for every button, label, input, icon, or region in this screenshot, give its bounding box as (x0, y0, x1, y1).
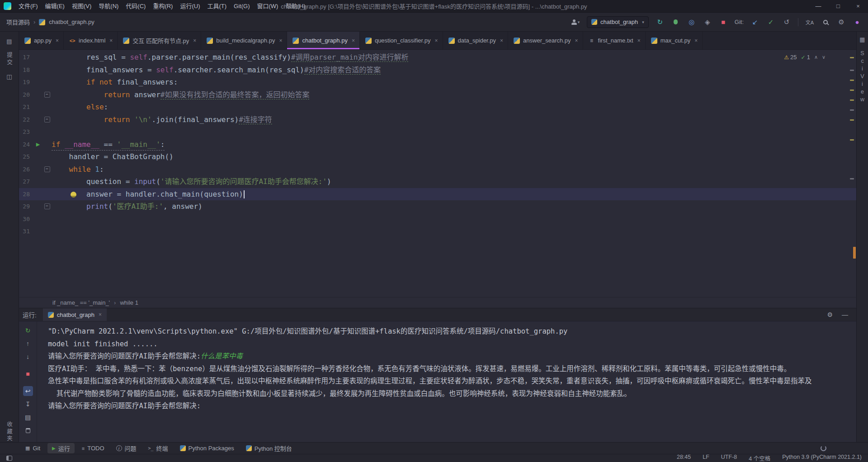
hide-panel-icon[interactable]: — (842, 311, 848, 318)
close-tab-icon[interactable]: × (352, 38, 355, 44)
fold-marker-icon[interactable] (42, 200, 52, 213)
scrollbar-mark[interactable] (850, 99, 854, 101)
editor-line[interactable]: 30 (19, 213, 856, 226)
close-tab-icon[interactable]: × (99, 311, 102, 318)
close-tab-icon[interactable]: × (109, 38, 113, 44)
stop-icon[interactable]: ■ (23, 369, 33, 379)
profiler-icon[interactable]: ◎ (687, 18, 696, 27)
run-console-tab[interactable]: chatbot_graph × (43, 308, 107, 321)
editor-line[interactable]: 25 handler = ChatBotGraph() (19, 151, 856, 163)
scrollbar-mark[interactable] (850, 80, 854, 81)
close-tab-icon[interactable]: × (56, 38, 59, 44)
editor-line[interactable]: 22 return '\n'.join(final_answers)#连接字符 (19, 113, 856, 126)
editor-line[interactable]: 17 res_sql = self.parser.parser_main(res… (19, 51, 856, 64)
tab-question_classifier.py[interactable]: question_classifier.py× (360, 32, 443, 49)
scrollbar-mark[interactable] (850, 119, 854, 121)
breadcrumb-project[interactable]: 项目源码 (6, 18, 30, 26)
menu-item[interactable]: 窗口(W) (253, 0, 282, 13)
close-tab-icon[interactable]: × (193, 38, 196, 44)
prev-problem-icon[interactable]: ∧ (814, 54, 818, 60)
scrollbar-mark[interactable] (850, 70, 854, 71)
close-tab-icon[interactable]: × (500, 38, 503, 44)
editor-line[interactable]: 20 return answer#如果没有找到合适的最终答案，返回初始答案 (19, 89, 856, 101)
line-separator[interactable]: LF (703, 454, 709, 462)
caret-position[interactable]: 28:45 (677, 454, 691, 462)
editor-line[interactable]: 24▶if __name__ == '__main__': (19, 138, 856, 151)
menu-item[interactable]: 导航(N) (95, 0, 122, 13)
scrollbar-mark[interactable] (850, 139, 854, 141)
debug-icon[interactable] (671, 18, 680, 27)
scrollbar-mark[interactable] (850, 57, 854, 58)
console-output[interactable]: "D:\PyCharm 2021.2.1\venv\Scripts\python… (37, 321, 856, 442)
indent-style[interactable]: 4 个空格 (749, 454, 770, 462)
menu-item[interactable]: 编辑(E) (42, 0, 68, 13)
soft-wrap-icon[interactable]: ↩ (23, 386, 33, 396)
translate-icon[interactable]: 文A (805, 18, 814, 27)
toolwindow-toggle-icon[interactable] (6, 456, 12, 461)
tab-交互 匹配所有节点.py[interactable]: 交互 匹配所有节点.py× (118, 32, 201, 49)
git-rollback-icon[interactable]: ↺ (782, 18, 791, 27)
tab-app.py[interactable]: app.py× (19, 32, 64, 49)
file-encoding[interactable]: UTF-8 (721, 454, 737, 462)
menu-item[interactable]: 运行(U) (176, 0, 203, 13)
close-tab-icon[interactable]: × (279, 38, 282, 44)
menu-item[interactable]: 重构(R) (149, 0, 176, 13)
scroll-to-end-icon[interactable]: ↧ (23, 399, 33, 409)
tab-first_name.txt[interactable]: ≡first_name.txt× (583, 32, 646, 49)
scrollbar-mark[interactable] (850, 109, 854, 111)
database-tool-icon[interactable]: ▦ (859, 36, 865, 43)
minimize-button[interactable]: — (808, 0, 828, 13)
next-problem-icon[interactable]: ∨ (822, 54, 826, 60)
inspections-widget[interactable]: ⚠25 ✓1 ∧ ∨ (781, 53, 828, 61)
close-tab-icon[interactable]: × (434, 38, 438, 44)
toolwindow-button-todo[interactable]: ≡TODO (77, 444, 109, 453)
toolwindow-button-git[interactable]: ▦Git (21, 444, 45, 453)
editor-line[interactable]: 26 while 1: (19, 163, 856, 176)
close-tab-icon[interactable]: × (694, 38, 698, 44)
menu-item[interactable]: 代码(C) (122, 0, 149, 13)
git-commit-icon[interactable]: ✓ (766, 18, 775, 27)
toolwindow-button-terminal[interactable]: >_终端 (144, 443, 173, 453)
clear-all-icon[interactable] (23, 425, 33, 435)
toolwindow-button-python[interactable]: Python 控制台 (241, 443, 297, 453)
project-tool-icon[interactable]: ▤ (6, 38, 12, 45)
rerun-icon[interactable]: ↻ (656, 18, 665, 27)
breadcrumb-file[interactable]: chatbot_graph.py (49, 19, 94, 25)
editor-line[interactable]: 21 else: (19, 101, 856, 113)
navigate-down-icon[interactable]: ↓ (23, 352, 33, 362)
settings-gear-icon[interactable]: ⚙ (827, 311, 833, 318)
run-line-icon[interactable]: ▶ (33, 138, 42, 151)
fold-marker-icon[interactable] (42, 89, 52, 101)
editor-line[interactable]: 31 (19, 225, 856, 238)
structure-tool-icon[interactable]: ◫ (6, 73, 12, 80)
commit-tool-button[interactable]: 提交 (5, 52, 14, 66)
fold-marker-icon[interactable] (42, 113, 52, 126)
maximize-button[interactable]: □ (828, 0, 848, 13)
coverage-icon[interactable]: ◈ (703, 18, 712, 27)
favorites-tool-button[interactable]: 收藏夹 (5, 421, 14, 443)
breadcrumb-scope[interactable]: if _name_ == '_main_' (52, 299, 110, 306)
sciview-tool-button[interactable]: SciView (859, 50, 866, 104)
settings-gear-icon[interactable]: ⚙ (837, 18, 846, 27)
editor-line[interactable]: 29 print('医疗AI助手:', answer) (19, 200, 856, 213)
editor[interactable]: 17 res_sql = self.parser.parser_main(res… (19, 50, 856, 297)
intention-bulb-icon[interactable] (71, 192, 76, 198)
close-tab-icon[interactable]: × (575, 38, 578, 44)
breadcrumb-scope[interactable]: while 1 (120, 299, 138, 306)
scrollbar-range-mark[interactable] (853, 247, 856, 259)
menu-item[interactable]: 文件(F) (15, 0, 42, 13)
run-configuration-select[interactable]: chatbot_graph ▾ (587, 16, 649, 28)
editor-line[interactable]: 27 question = input('请输入您所要咨询的问题医疗AI助手会帮… (19, 175, 856, 188)
tab-index.html[interactable]: <>index.html× (64, 32, 118, 49)
plugin-icon[interactable]: ● (853, 18, 862, 27)
navigate-up-icon[interactable]: ↑ (23, 339, 33, 349)
close-tab-icon[interactable]: × (637, 38, 641, 44)
print-icon[interactable]: ▤ (23, 412, 33, 422)
search-icon[interactable] (821, 18, 830, 27)
scrollbar-mark[interactable] (850, 90, 854, 91)
fold-marker-icon[interactable] (42, 163, 52, 176)
stop-icon[interactable]: ■ (719, 18, 728, 27)
toolwindow-button-python[interactable]: Python Packages (175, 444, 239, 453)
toolwindow-button-problems[interactable]: i问题 (112, 443, 141, 453)
menu-item[interactable]: 工具(T) (203, 0, 230, 13)
